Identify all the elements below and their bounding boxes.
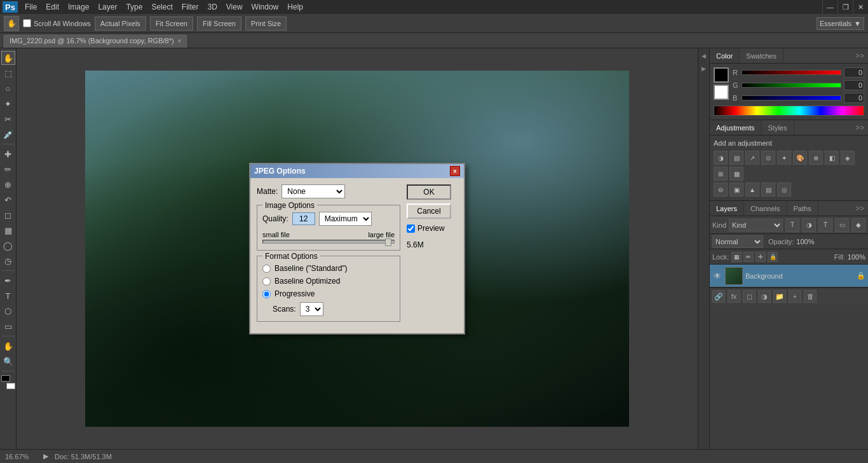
scroll-all-checkbox[interactable] (23, 19, 31, 27)
menu-edit[interactable]: Edit (41, 1, 64, 13)
text-tool[interactable]: T (1, 289, 15, 303)
color-panel-collapse[interactable]: >> (851, 52, 868, 60)
quality-preset-select[interactable]: Low Medium High Very High Maximum (319, 212, 372, 226)
matte-select[interactable]: None White Black (281, 184, 345, 198)
rectangular-marquee-tool[interactable]: ⬚ (1, 66, 15, 80)
blend-mode-select[interactable]: Normal (712, 235, 763, 248)
panel-expand-btn[interactable]: ▶ (699, 64, 709, 74)
quick-selection-tool[interactable]: ✦ (1, 97, 15, 111)
menu-select[interactable]: Select (147, 1, 177, 13)
print-size-button[interactable]: Print Size (245, 17, 287, 31)
lock-transparent-btn[interactable]: ▦ (731, 252, 742, 262)
blur-tool[interactable]: ◯ (1, 238, 15, 252)
lock-image-btn[interactable]: ✏ (743, 252, 754, 262)
hand-tool-options[interactable]: ✋ (4, 16, 19, 31)
levels-adj[interactable]: ▤ (729, 151, 743, 165)
lock-all-btn[interactable]: 🔒 (768, 252, 778, 262)
layer-filter-smart-btn[interactable]: ◆ (851, 218, 865, 232)
baseline-standard-radio[interactable] (262, 265, 271, 273)
add-mask-button[interactable]: ◻ (743, 290, 756, 303)
menu-help[interactable]: Help (283, 1, 308, 13)
background-color-preview[interactable] (714, 85, 729, 100)
quality-slider-track[interactable] (262, 240, 395, 244)
progressive-radio[interactable] (262, 290, 271, 298)
healing-brush-tool[interactable]: ✚ (1, 147, 15, 161)
close-button[interactable]: ✕ (853, 0, 868, 14)
progressive-label[interactable]: Progressive (275, 289, 315, 298)
actual-pixels-button[interactable]: Actual Pixels (95, 17, 146, 31)
lasso-tool[interactable]: ○ (1, 81, 15, 95)
ok-button[interactable]: OK (407, 184, 451, 200)
eraser-tool[interactable]: ◻ (1, 208, 15, 222)
baseline-optimized-label[interactable]: Baseline Optimized (275, 277, 340, 286)
link-layers-button[interactable]: 🔗 (712, 290, 725, 303)
photo-filter-adj[interactable]: ◈ (841, 151, 855, 165)
restore-button[interactable]: ❐ (837, 0, 853, 14)
zoom-tool[interactable]: 🔍 (1, 354, 15, 368)
cancel-button[interactable]: Cancel (407, 204, 451, 219)
lock-position-btn[interactable]: ✛ (756, 252, 766, 262)
paths-tab[interactable]: Paths (787, 201, 818, 216)
baseline-standard-label[interactable]: Baseline ("Standard") (275, 264, 348, 273)
black-white-adj[interactable]: ◧ (825, 151, 839, 165)
green-slider[interactable] (742, 83, 841, 88)
swatches-tab[interactable]: Swatches (740, 48, 783, 63)
layer-visibility-toggle[interactable]: 👁 (712, 271, 722, 281)
blue-slider[interactable] (742, 95, 841, 100)
layers-tab[interactable]: Layers (710, 201, 744, 216)
curves-adj[interactable]: ↗ (745, 151, 759, 165)
exposure-adj[interactable]: ⊙ (761, 151, 775, 165)
menu-image[interactable]: Image (64, 1, 93, 13)
menu-window[interactable]: Window (247, 1, 283, 13)
posterize-adj[interactable]: ▣ (729, 183, 743, 197)
background-color-swatch[interactable] (6, 383, 15, 389)
selective-color-adj[interactable]: ◎ (777, 183, 791, 197)
table-row[interactable]: 👁 Background 🔒 (710, 265, 868, 287)
preview-label[interactable]: Preview (417, 224, 445, 233)
color-tab[interactable]: Color (710, 48, 740, 63)
clone-stamp-tool[interactable]: ⊕ (1, 177, 15, 191)
menu-3d[interactable]: 3D (203, 1, 221, 13)
status-nav-arrow[interactable]: ▶ (43, 452, 48, 460)
hand-tool[interactable]: ✋ (1, 339, 15, 353)
green-value-input[interactable] (844, 80, 864, 90)
color-lookup-adj[interactable]: ▦ (729, 167, 743, 181)
history-brush-tool[interactable]: ↶ (1, 193, 15, 207)
layer-filter-adj-btn[interactable]: ◑ (802, 218, 816, 232)
fill-screen-button[interactable]: Fill Screen (197, 17, 241, 31)
styles-tab[interactable]: Styles (762, 120, 794, 135)
threshold-adj[interactable]: ▲ (745, 183, 759, 197)
add-style-button[interactable]: fx (728, 290, 740, 303)
layer-filter-text-btn[interactable]: T (818, 218, 832, 232)
menu-filter[interactable]: Filter (177, 1, 203, 13)
minimize-button[interactable]: — (822, 0, 837, 14)
brush-tool[interactable]: ✏ (1, 162, 15, 176)
red-value-input[interactable] (844, 67, 864, 78)
menu-layer[interactable]: Layer (93, 1, 121, 13)
dialog-close-button[interactable]: × (450, 166, 460, 176)
pen-tool[interactable]: ✒ (1, 273, 15, 287)
foreground-color-preview[interactable] (714, 67, 729, 83)
layer-kind-select[interactable]: Kind (729, 219, 783, 232)
red-slider[interactable] (742, 70, 841, 75)
path-selection-tool[interactable]: ⬡ (1, 304, 15, 318)
scans-select[interactable]: 3 4 5 (300, 302, 323, 316)
adjustments-tab[interactable]: Adjustments (710, 120, 762, 135)
color-spectrum-bar[interactable] (714, 106, 864, 116)
hue-saturation-adj[interactable]: 🎨 (793, 151, 807, 165)
new-group-button[interactable]: 📁 (773, 290, 786, 303)
menu-type[interactable]: Type (121, 1, 147, 13)
layer-filter-name-btn[interactable]: T (785, 218, 799, 232)
fit-screen-button[interactable]: Fit Screen (150, 17, 193, 31)
new-layer-button[interactable]: + (789, 290, 801, 303)
channels-tab[interactable]: Channels (744, 201, 787, 216)
menu-file[interactable]: File (20, 1, 41, 13)
essentials-dropdown[interactable]: Essentials ▼ (817, 17, 864, 30)
delete-layer-button[interactable]: 🗑 (804, 290, 817, 303)
rectangle-tool[interactable]: ▭ (1, 319, 15, 333)
preview-checkbox[interactable] (407, 225, 415, 233)
layer-filter-shape-btn[interactable]: ▭ (835, 218, 849, 232)
adjustments-panel-collapse[interactable]: >> (851, 123, 868, 132)
layers-panel-collapse[interactable]: >> (851, 204, 868, 213)
baseline-optimized-radio[interactable] (262, 277, 271, 286)
